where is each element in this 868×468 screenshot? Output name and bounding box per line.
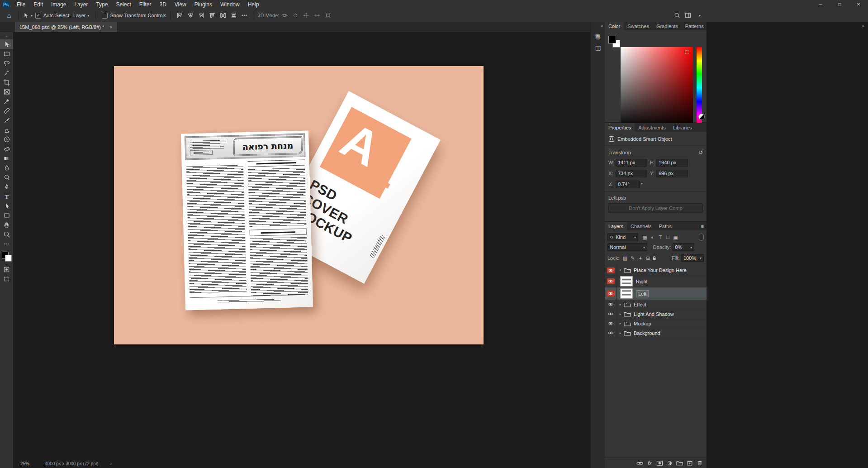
- menu-3d[interactable]: 3D: [155, 0, 170, 9]
- collapsed-panel-icon-2[interactable]: ◫: [591, 44, 605, 51]
- front-paper[interactable]: מנחת רפואה: [181, 130, 313, 310]
- distribute-vertical-button[interactable]: [228, 10, 239, 20]
- layer-thumbnail[interactable]: [620, 276, 633, 287]
- expand-group-icon[interactable]: ▸: [617, 322, 624, 325]
- saturation-brightness-field[interactable]: [621, 47, 693, 129]
- search-button[interactable]: [672, 10, 683, 20]
- layer-row-group[interactable]: ▾ Place Your Design Here: [605, 265, 707, 276]
- layer-name[interactable]: Effect: [634, 302, 646, 307]
- canvas-area[interactable]: A 4 PSD COVER MOCKUP מנחת רפואה: [13, 32, 590, 468]
- show-transform-checkbox[interactable]: [102, 13, 108, 19]
- tab-adjustments[interactable]: Adjustments: [635, 123, 669, 132]
- quick-mask-button[interactable]: [0, 265, 13, 274]
- history-brush-tool[interactable]: [0, 134, 13, 144]
- zoom-tool[interactable]: [0, 229, 13, 239]
- menu-filter[interactable]: Filter: [135, 0, 156, 9]
- zoom-level[interactable]: 25%: [20, 461, 29, 466]
- rectangle-tool[interactable]: [0, 210, 13, 220]
- filter-pixel-layers-icon[interactable]: ▦: [641, 234, 649, 240]
- menu-help[interactable]: Help: [244, 0, 263, 9]
- color-picker-ring[interactable]: [685, 50, 689, 54]
- clone-stamp-tool[interactable]: [0, 125, 13, 134]
- type-tool[interactable]: T: [0, 191, 13, 201]
- restore-button[interactable]: □: [830, 0, 849, 9]
- filter-smart-objects-icon[interactable]: ▣: [672, 234, 679, 240]
- eyedropper-tool[interactable]: [0, 96, 13, 106]
- tab-paths[interactable]: Paths: [655, 222, 675, 230]
- hand-tool[interactable]: [0, 220, 13, 229]
- auto-select-dropdown[interactable]: Layer ▾: [71, 10, 92, 20]
- layer-name[interactable]: Mockup: [634, 321, 651, 326]
- layer-effects-button[interactable]: fx: [645, 459, 654, 467]
- healing-brush-tool[interactable]: [0, 106, 13, 115]
- layer-name[interactable]: Right: [636, 279, 648, 284]
- collapsed-panel-icon-1[interactable]: ▤: [591, 33, 605, 40]
- layer-name[interactable]: Light And Shadow: [634, 311, 674, 317]
- move-tool[interactable]: [0, 39, 13, 49]
- auto-select-checkbox[interactable]: ✓: [35, 13, 41, 19]
- visibility-toggle[interactable]: [605, 309, 617, 319]
- filter-type-layers-icon[interactable]: T: [656, 234, 664, 240]
- lock-position-icon[interactable]: +: [636, 255, 644, 261]
- menu-window[interactable]: Window: [216, 0, 244, 9]
- layer-name[interactable]: Background: [634, 330, 660, 336]
- layer-row-group[interactable]: ▸ Light And Shadow: [605, 309, 707, 319]
- home-button[interactable]: ⌂: [4, 10, 14, 20]
- path-selection-tool[interactable]: [0, 201, 13, 210]
- blend-mode-dropdown[interactable]: Normal ▾: [607, 243, 647, 251]
- filter-shape-layers-icon[interactable]: □: [664, 234, 672, 240]
- background-color-swatch[interactable]: [5, 255, 12, 262]
- width-field[interactable]: 1411 px: [616, 159, 647, 167]
- collapse-dock-icon[interactable]: »: [862, 24, 864, 29]
- tab-patterns[interactable]: Patterns: [682, 22, 707, 30]
- adjustment-layer-button[interactable]: [665, 459, 674, 467]
- 3d-pan-button[interactable]: [301, 10, 312, 20]
- edit-toolbar-button[interactable]: •••: [0, 239, 13, 248]
- object-selection-tool[interactable]: [0, 68, 13, 77]
- lock-artboard-icon[interactable]: ⊞: [644, 255, 652, 261]
- layer-comp-button[interactable]: Don't Apply Layer Comp: [608, 203, 703, 213]
- menu-image[interactable]: Image: [47, 0, 70, 9]
- visibility-toggle[interactable]: [605, 319, 617, 328]
- layer-thumbnail[interactable]: [620, 288, 633, 299]
- layer-name[interactable]: Left: [636, 290, 649, 297]
- foreground-background-colors[interactable]: [1, 251, 12, 262]
- reset-transform-icon[interactable]: ↺: [698, 149, 703, 156]
- add-mask-button[interactable]: [655, 459, 664, 467]
- layer-row-group[interactable]: ▸ Background: [605, 328, 707, 338]
- fill-field[interactable]: 100% ▾: [681, 254, 704, 262]
- visibility-toggle[interactable]: [605, 287, 617, 300]
- color-sampler-icon[interactable]: [698, 114, 705, 120]
- chevron-down-icon[interactable]: ▾: [641, 181, 643, 186]
- panel-color-swatches[interactable]: [608, 36, 620, 48]
- brush-tool[interactable]: [0, 115, 13, 125]
- new-group-button[interactable]: [675, 459, 684, 467]
- angle-field[interactable]: 0.74°: [616, 181, 640, 188]
- menu-type[interactable]: Type: [92, 0, 112, 9]
- height-field[interactable]: 1940 px: [656, 159, 688, 167]
- frame-tool[interactable]: [0, 87, 13, 96]
- layer-row-selected[interactable]: Left: [605, 287, 707, 300]
- layer-row-group[interactable]: ▸ Mockup: [605, 319, 707, 329]
- align-left-button[interactable]: [174, 10, 185, 20]
- menu-view[interactable]: View: [171, 0, 190, 9]
- expand-group-icon[interactable]: ▸: [617, 303, 624, 306]
- close-button[interactable]: ✕: [849, 0, 868, 9]
- lock-transparency-icon[interactable]: ▨: [621, 255, 629, 261]
- foreground-color-swatch[interactable]: [608, 36, 616, 43]
- layer-row[interactable]: Right: [605, 275, 707, 288]
- menu-edit[interactable]: Edit: [29, 0, 47, 9]
- tab-gradients[interactable]: Gradients: [653, 22, 682, 30]
- visibility-toggle[interactable]: [605, 328, 617, 338]
- 3d-orbit-button[interactable]: [279, 10, 290, 20]
- tab-color[interactable]: Color: [605, 22, 624, 30]
- visibility-toggle[interactable]: [605, 265, 617, 275]
- filter-adjustment-layers-icon[interactable]: ◐: [649, 234, 656, 240]
- tab-libraries[interactable]: Libraries: [669, 123, 696, 132]
- menu-file[interactable]: File: [13, 0, 29, 9]
- align-right-button[interactable]: [196, 10, 207, 20]
- expand-group-icon[interactable]: ▸: [617, 312, 624, 316]
- blur-tool[interactable]: [0, 163, 13, 172]
- tab-channels[interactable]: Channels: [627, 222, 655, 230]
- marquee-tool[interactable]: [0, 49, 13, 58]
